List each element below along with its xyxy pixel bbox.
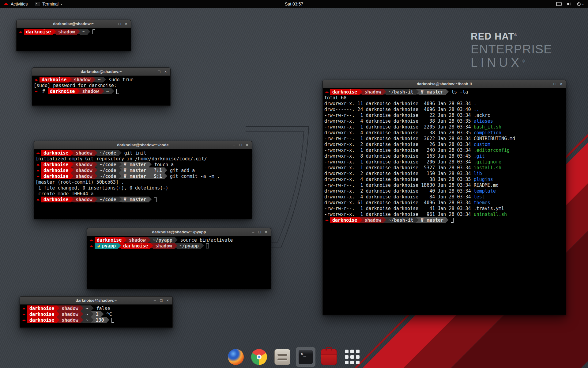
terminal-text: git init <box>122 150 146 156</box>
close-button[interactable]: × <box>162 69 169 75</box>
file-name: .travis.yml <box>474 205 504 211</box>
titlebar[interactable]: darknoise@shadow:~ – □ × <box>17 20 131 28</box>
grid-dot <box>345 350 349 353</box>
terminal-window-bash-it[interactable]: darknoise@shadow:~/bash-it – □ × darknoi… <box>322 80 566 315</box>
prompt-segment-host: shadow <box>59 317 81 323</box>
prompt-segment-git: ?:1 <box>152 167 164 173</box>
grid-dot <box>356 361 360 364</box>
dock-item-app-grid[interactable] <box>342 347 362 367</box>
powerline-arrow-icon <box>81 317 83 323</box>
prompt-segment-user: darknoise <box>27 311 57 317</box>
window-title: darknoise@shadow:~ <box>81 69 122 74</box>
prompt-segment-user: darknoise <box>41 162 71 167</box>
terminal-line: -rwxrwxr-x. 1 darknoise darknoise 206 Ja… <box>324 159 564 165</box>
powerline-arrow-icon <box>103 77 106 82</box>
terminal-window-pyapp[interactable]: darknoise@shadow:~/pyapp – □ × darknoise… <box>87 228 271 289</box>
redhat-prompt-icon <box>21 317 27 323</box>
close-button[interactable]: × <box>244 142 250 148</box>
maximize-button[interactable]: □ <box>552 81 558 87</box>
terminal-content[interactable]: darknoiseshadow~ <box>17 28 131 36</box>
titlebar[interactable]: darknoise@shadow:~/bash-it – □ × <box>323 80 566 88</box>
chevron-down-icon: ▾ <box>61 2 62 6</box>
maximize-button[interactable]: □ <box>237 142 244 148</box>
terminal-content[interactable]: darknoiseshadow~/code git initInitialize… <box>34 149 252 203</box>
volume-icon[interactable] <box>567 2 572 6</box>
file-name: lib <box>474 171 482 176</box>
prompt-segment-code: 1 <box>94 311 101 317</box>
power-icon[interactable]: ▾ <box>577 2 584 6</box>
minimize-button[interactable]: – <box>231 142 237 148</box>
rhel-enterprise-text: ENTERPRISE <box>471 43 552 56</box>
titlebar[interactable]: darknoise@shadow:~ – □ × <box>20 297 172 305</box>
terminal-text: false <box>94 305 110 311</box>
file-name: aliases <box>474 118 493 124</box>
dock-item-software[interactable] <box>319 347 339 367</box>
grid-dot <box>350 361 354 364</box>
minimize-button[interactable]: – <box>152 297 158 304</box>
terminal-line: darknoiseshadow~/codeΨ master?:1 git add… <box>36 167 250 173</box>
close-button[interactable]: × <box>164 297 171 304</box>
prompt-segment-path: ~/code <box>97 197 119 202</box>
display-icon[interactable] <box>556 2 562 6</box>
terminal-content[interactable]: darknoiseshadow~ falsedarknoiseshadow~1 … <box>20 305 172 324</box>
close-button[interactable]: × <box>558 81 564 87</box>
file-name: README.md <box>474 182 499 188</box>
powerline-arrow-icon <box>95 167 97 173</box>
close-button[interactable]: × <box>123 21 129 27</box>
activities-button[interactable]: Activities <box>0 0 31 8</box>
dock-item-chrome[interactable] <box>249 347 269 367</box>
maximize-button[interactable]: □ <box>116 21 123 27</box>
maximize-button[interactable]: □ <box>158 297 164 304</box>
dock-item-files[interactable] <box>273 347 292 367</box>
dock-item-terminal[interactable]: >_ <box>296 347 315 367</box>
terminal-line: drwxrwxr-x. 8 darknoise darknoise 163 Ja… <box>324 153 564 159</box>
close-button[interactable]: × <box>263 229 269 235</box>
terminal-window-exit-codes[interactable]: darknoise@shadow:~ – □ × darknoiseshadow… <box>20 296 173 328</box>
terminal-content[interactable]: darknoiseshadow~/pyapp source bin/activa… <box>87 236 271 250</box>
terminal-window-home-small[interactable]: darknoise@shadow:~ – □ × darknoiseshadow… <box>16 20 131 51</box>
prompt-segment-git: Ψ master <box>122 162 149 167</box>
terminal-text: ls -la <box>449 89 468 95</box>
terminal-window-code[interactable]: darknoise@shadow:~/code – □ × darknoises… <box>34 141 252 219</box>
chrome-hub <box>257 355 262 359</box>
terminal-line: pyappdarknoiseshadow~/pyapp <box>89 243 269 249</box>
minimize-button[interactable]: – <box>250 229 256 235</box>
top-bar: Activities >_ Terminal ▾ Sat 03:57 ▾ <box>0 0 588 8</box>
minimize-button[interactable]: – <box>110 21 116 27</box>
terminal-window-sudo[interactable]: darknoise@shadow:~ – □ × darknoiseshadow… <box>32 67 171 106</box>
powerline-arrow-icon <box>360 89 362 94</box>
terminal-line: darknoiseshadow~ sudo true <box>34 77 169 82</box>
minimize-button[interactable]: – <box>149 69 156 75</box>
file-name: completion <box>474 130 501 136</box>
prompt-segment-host: shadow <box>362 89 383 95</box>
powerline-arrow-icon <box>77 29 80 34</box>
terminal-text: total 68 <box>324 95 346 101</box>
prompt-segment-path: ~/code <box>97 150 119 156</box>
prompt-segment-user: darknoise <box>48 88 77 94</box>
terminal-content[interactable]: darknoiseshadow~/bash-itΨ master ls -lat… <box>323 88 566 224</box>
redhat-prompt-icon <box>21 305 27 311</box>
terminal-line: -rwxrwxr-x. 1 darknoise darknoise 240 Ja… <box>324 147 564 153</box>
app-menu-terminal[interactable]: >_ Terminal ▾ <box>31 0 66 8</box>
titlebar[interactable]: darknoise@shadow:~/pyapp – □ × <box>87 228 271 236</box>
prompt-segment-user: darknoise <box>27 317 57 323</box>
powerline-arrow-icon <box>446 217 449 223</box>
clock[interactable]: Sat 03:57 <box>285 2 303 6</box>
redhat-prompt-icon <box>36 150 41 156</box>
powerline-arrow-icon <box>164 167 167 173</box>
dock-item-firefox[interactable] <box>226 347 246 367</box>
titlebar[interactable]: darknoise@shadow:~ – □ × <box>32 68 170 76</box>
minimize-button[interactable]: – <box>545 81 552 87</box>
drawer-handle <box>277 354 287 356</box>
terminal-text: [master (root-commit) 50bcb63] . <box>36 179 124 185</box>
terminal-line: darknoiseshadow~/pyapp source bin/activa… <box>89 237 269 243</box>
powerline-arrow-icon <box>77 88 80 94</box>
grid-dot <box>356 350 360 353</box>
maximize-button[interactable]: □ <box>156 69 162 75</box>
titlebar[interactable]: darknoise@shadow:~/code – □ × <box>34 141 252 149</box>
redhat-prompt-icon <box>18 29 24 35</box>
maximize-button[interactable]: □ <box>256 229 263 235</box>
terminal-line: [sudo] password for darknoise: <box>34 82 169 88</box>
prompt-segment-user: darknoise <box>24 29 53 35</box>
terminal-content[interactable]: darknoiseshadow~ sudo true[sudo] passwor… <box>32 76 170 95</box>
